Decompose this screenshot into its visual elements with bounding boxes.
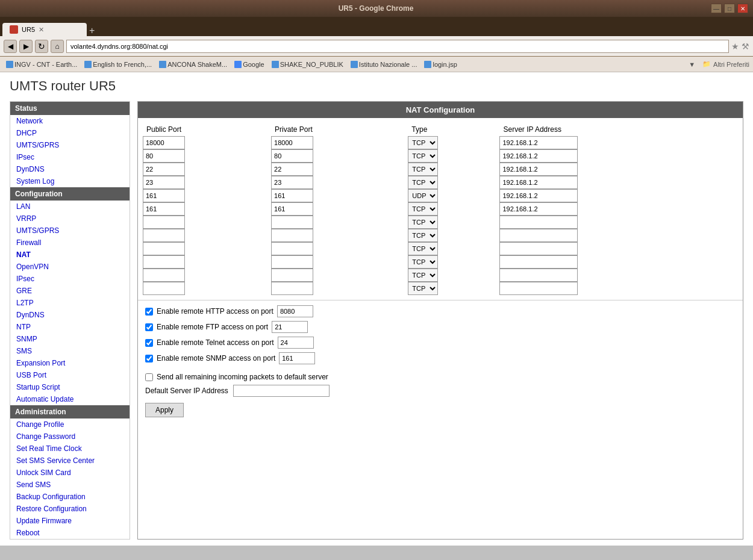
http-access-checkbox[interactable] xyxy=(145,308,153,316)
sidebar-item-send-sms[interactable]: Send SMS xyxy=(10,479,130,491)
public-port-input[interactable] xyxy=(143,229,185,242)
sidebar-item-network[interactable]: Network xyxy=(10,115,130,127)
public-port-input[interactable] xyxy=(143,176,185,189)
bookmarks-more-button[interactable]: ▼ xyxy=(689,61,695,68)
private-port-input[interactable] xyxy=(271,216,313,229)
tab-close-button[interactable]: ✕ xyxy=(39,26,44,34)
public-port-input[interactable] xyxy=(143,202,185,216)
bookmark-ancona[interactable]: ANCONA ShakeM... xyxy=(157,60,230,69)
type-select[interactable]: TCP UDP xyxy=(408,202,438,216)
public-port-input[interactable] xyxy=(143,136,185,149)
public-port-input[interactable] xyxy=(143,163,185,176)
sidebar-item-ipsec-status[interactable]: IPsec xyxy=(10,151,130,163)
sidebar-item-usb-port[interactable]: USB Port xyxy=(10,369,130,381)
private-port-input[interactable] xyxy=(271,242,313,255)
sidebar-item-sms[interactable]: SMS xyxy=(10,345,130,357)
sidebar-item-change-password[interactable]: Change Password xyxy=(10,431,130,443)
private-port-input[interactable] xyxy=(271,282,313,295)
server-ip-input[interactable] xyxy=(499,163,578,176)
private-port-input[interactable] xyxy=(271,149,313,163)
sidebar-item-umts-status[interactable]: UMTS/GPRS xyxy=(10,139,130,151)
sidebar-item-syslog[interactable]: System Log xyxy=(10,175,130,187)
default-server-checkbox[interactable] xyxy=(145,373,153,381)
server-ip-input[interactable] xyxy=(499,216,578,229)
type-select[interactable]: TCP UDP xyxy=(408,282,438,295)
public-port-input[interactable] xyxy=(143,242,185,255)
sidebar-item-backup-config[interactable]: Backup Configuration xyxy=(10,491,130,503)
sidebar-item-change-profile[interactable]: Change Profile xyxy=(10,418,130,431)
bookmark-google[interactable]: Google xyxy=(232,60,266,69)
new-tab-button[interactable]: + xyxy=(89,25,95,36)
sidebar-item-dhcp[interactable]: DHCP xyxy=(10,127,130,139)
sidebar-item-update-firmware[interactable]: Update Firmware xyxy=(10,515,130,527)
bookmark-login[interactable]: login.jsp xyxy=(422,60,459,69)
minimize-button[interactable]: — xyxy=(711,4,722,13)
private-port-input[interactable] xyxy=(271,176,313,189)
server-ip-input[interactable] xyxy=(499,189,578,202)
reload-button[interactable]: ↻ xyxy=(35,40,48,53)
private-port-input[interactable] xyxy=(271,229,313,242)
public-port-input[interactable] xyxy=(143,282,185,295)
bookmark-istituto[interactable]: Istituto Nazionale ... xyxy=(348,60,420,69)
type-select[interactable]: TCP UDP xyxy=(408,242,438,255)
sidebar-item-restore-config[interactable]: Restore Configuration xyxy=(10,503,130,515)
sidebar-item-gre[interactable]: GRE xyxy=(10,285,130,297)
server-ip-input[interactable] xyxy=(499,269,578,282)
forward-button[interactable]: ▶ xyxy=(19,40,33,53)
bookmark-english[interactable]: English to French,... xyxy=(82,60,154,69)
private-port-input[interactable] xyxy=(271,255,313,269)
sidebar-item-expansion-port[interactable]: Expansion Port xyxy=(10,357,130,369)
sidebar-item-ntp[interactable]: NTP xyxy=(10,321,130,333)
server-ip-input[interactable] xyxy=(499,149,578,163)
type-select[interactable]: TCP UDP xyxy=(408,176,438,189)
telnet-port-input[interactable] xyxy=(278,337,314,349)
sidebar-item-reboot[interactable]: Reboot xyxy=(10,527,130,539)
private-port-input[interactable] xyxy=(271,136,313,149)
public-port-input[interactable] xyxy=(143,255,185,269)
public-port-input[interactable] xyxy=(143,216,185,229)
public-port-input[interactable] xyxy=(143,149,185,163)
ftp-access-checkbox[interactable] xyxy=(145,323,153,331)
type-select[interactable]: TCP UDP xyxy=(408,149,438,163)
sidebar-item-dyndns-status[interactable]: DynDNS xyxy=(10,163,130,175)
sidebar-item-lan[interactable]: LAN xyxy=(10,201,130,213)
address-input[interactable] xyxy=(66,40,729,53)
server-ip-input[interactable] xyxy=(499,202,578,216)
private-port-input[interactable] xyxy=(271,189,313,202)
server-ip-input[interactable] xyxy=(499,176,578,189)
back-button[interactable]: ◀ xyxy=(4,40,17,53)
type-select[interactable]: TCP UDP xyxy=(408,229,438,242)
type-select[interactable]: TCP UDP xyxy=(408,255,438,269)
sidebar-item-ipsec-config[interactable]: IPsec xyxy=(10,273,130,285)
ftp-port-input[interactable] xyxy=(272,321,308,333)
maximize-button[interactable]: □ xyxy=(724,4,735,13)
sidebar-item-rtc[interactable]: Set Real Time Clock xyxy=(10,443,130,455)
type-select[interactable]: TCP UDP xyxy=(408,269,438,282)
bookmark-star-icon[interactable]: ★ xyxy=(731,42,739,51)
sidebar-item-vrrp[interactable]: VRRP xyxy=(10,213,130,225)
type-select[interactable]: TCP UDP xyxy=(408,216,438,229)
sidebar-item-dyndns-config[interactable]: DynDNS xyxy=(10,309,130,321)
sidebar-item-unlock-sim[interactable]: Unlock SIM Card xyxy=(10,467,130,479)
type-select[interactable]: TCP UDP xyxy=(408,136,438,149)
bookmark-shake[interactable]: SHAKE_NO_PUBLIK xyxy=(269,60,346,69)
private-port-input[interactable] xyxy=(271,163,313,176)
apply-button[interactable]: Apply xyxy=(145,403,184,417)
settings-wrench-icon[interactable]: ⚒ xyxy=(742,42,749,51)
default-server-ip-input[interactable] xyxy=(233,385,330,397)
sidebar-item-l2tp[interactable]: L2TP xyxy=(10,297,130,309)
public-port-input[interactable] xyxy=(143,269,185,282)
sidebar-item-snmp[interactable]: SNMP xyxy=(10,333,130,345)
close-button[interactable]: ✕ xyxy=(737,4,748,13)
public-port-input[interactable] xyxy=(143,189,185,202)
snmp-access-checkbox[interactable] xyxy=(145,355,153,362)
type-select[interactable]: TCP UDP xyxy=(408,189,438,202)
other-bookmarks-folder[interactable]: 📁 xyxy=(702,60,711,68)
bookmark-ingv[interactable]: INGV - CNT - Earth... xyxy=(4,60,80,69)
private-port-input[interactable] xyxy=(271,202,313,216)
home-button[interactable]: ⌂ xyxy=(51,40,64,53)
server-ip-input[interactable] xyxy=(499,282,578,295)
telnet-access-checkbox[interactable] xyxy=(145,339,153,347)
sidebar-item-startup-script[interactable]: Startup Script xyxy=(10,381,130,393)
server-ip-input[interactable] xyxy=(499,229,578,242)
